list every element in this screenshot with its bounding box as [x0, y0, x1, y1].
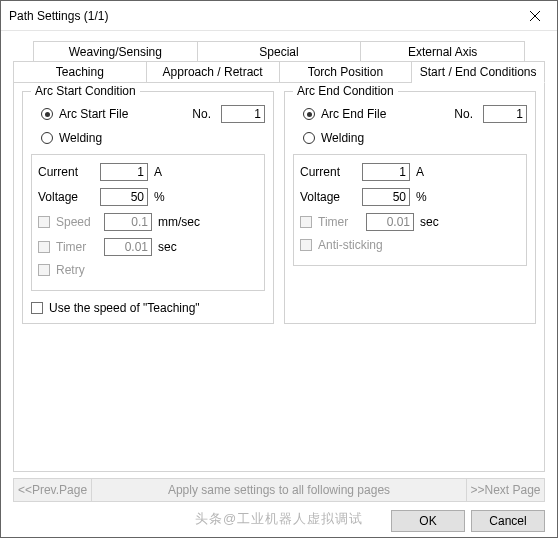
arc-end-welding-radio[interactable]	[303, 132, 315, 144]
arc-start-speed-checkbox	[38, 216, 50, 228]
arc-start-file-label: Arc Start File	[59, 107, 128, 121]
arc-start-timer-input: 0.01	[104, 238, 152, 256]
arc-start-welding-label: Welding	[59, 131, 102, 145]
arc-end-voltage-label: Voltage	[300, 190, 362, 204]
close-button[interactable]	[512, 1, 557, 30]
arc-start-timer-unit: sec	[158, 240, 177, 254]
tab-torch-position[interactable]: Torch Position	[280, 61, 413, 82]
arc-end-group: Arc End Condition Arc End File No. 1 Wel…	[284, 91, 536, 324]
arc-end-current-label: Current	[300, 165, 362, 179]
arc-end-welding-label: Welding	[321, 131, 364, 145]
arc-end-timer-label: Timer	[318, 215, 366, 229]
arc-end-no-label: No.	[454, 107, 473, 121]
close-icon	[530, 11, 540, 21]
window-title: Path Settings (1/1)	[9, 9, 512, 23]
arc-start-speed-input: 0.1	[104, 213, 152, 231]
apply-all-button[interactable]: Apply same settings to all following pag…	[92, 479, 467, 501]
arc-start-legend: Arc Start Condition	[31, 84, 140, 98]
arc-end-timer-checkbox	[300, 216, 312, 228]
arc-end-antistick-label: Anti-sticking	[318, 238, 383, 252]
tab-external-axis[interactable]: External Axis	[361, 41, 525, 62]
arc-end-timer-unit: sec	[420, 215, 439, 229]
arc-start-timer-checkbox	[38, 241, 50, 253]
tab-special[interactable]: Special	[198, 41, 362, 62]
arc-start-welding-block: Current 1 A Voltage 50 % Speed 0.1	[31, 154, 265, 291]
arc-end-welding-block: Current 1 A Voltage 50 % Timer 0.01	[293, 154, 527, 266]
arc-start-retry-label: Retry	[56, 263, 85, 277]
use-teaching-speed-checkbox[interactable]	[31, 302, 43, 314]
arc-start-file-radio[interactable]	[41, 108, 53, 120]
arc-end-file-radio[interactable]	[303, 108, 315, 120]
arc-end-voltage-input[interactable]: 50	[362, 188, 410, 206]
prev-page-button[interactable]: <<Prev.Page	[14, 479, 92, 501]
tab-start-end-conditions[interactable]: Start / End Conditions	[412, 61, 545, 83]
arc-start-no-input[interactable]: 1	[221, 105, 265, 123]
arc-start-current-input[interactable]: 1	[100, 163, 148, 181]
arc-end-legend: Arc End Condition	[293, 84, 398, 98]
arc-start-speed-label: Speed	[56, 215, 104, 229]
arc-start-voltage-input[interactable]: 50	[100, 188, 148, 206]
use-teaching-speed-label: Use the speed of "Teaching"	[49, 301, 200, 315]
arc-start-current-unit: A	[154, 165, 162, 179]
arc-end-no-input[interactable]: 1	[483, 105, 527, 123]
arc-end-antistick-checkbox	[300, 239, 312, 251]
arc-start-no-label: No.	[192, 107, 211, 121]
arc-start-timer-label: Timer	[56, 240, 104, 254]
arc-start-current-label: Current	[38, 165, 100, 179]
cancel-button[interactable]: Cancel	[471, 510, 545, 532]
tab-teaching[interactable]: Teaching	[13, 61, 147, 82]
next-page-button[interactable]: >>Next Page	[467, 479, 545, 501]
arc-end-timer-input: 0.01	[366, 213, 414, 231]
arc-end-voltage-unit: %	[416, 190, 427, 204]
arc-end-current-unit: A	[416, 165, 424, 179]
arc-end-current-input[interactable]: 1	[362, 163, 410, 181]
arc-start-voltage-label: Voltage	[38, 190, 100, 204]
tab-panel: Arc Start Condition Arc Start File No. 1	[13, 82, 545, 472]
arc-start-retry-checkbox	[38, 264, 50, 276]
tab-weaving-sensing[interactable]: Weaving/Sensing	[33, 41, 198, 62]
arc-end-file-label: Arc End File	[321, 107, 386, 121]
ok-button[interactable]: OK	[391, 510, 465, 532]
arc-start-group: Arc Start Condition Arc Start File No. 1	[22, 91, 274, 324]
arc-start-speed-unit: mm/sec	[158, 215, 200, 229]
titlebar: Path Settings (1/1)	[1, 1, 557, 31]
page-nav: <<Prev.Page Apply same settings to all f…	[13, 478, 545, 502]
tab-approach-retract[interactable]: Approach / Retract	[147, 61, 280, 82]
arc-start-voltage-unit: %	[154, 190, 165, 204]
arc-start-welding-radio[interactable]	[41, 132, 53, 144]
